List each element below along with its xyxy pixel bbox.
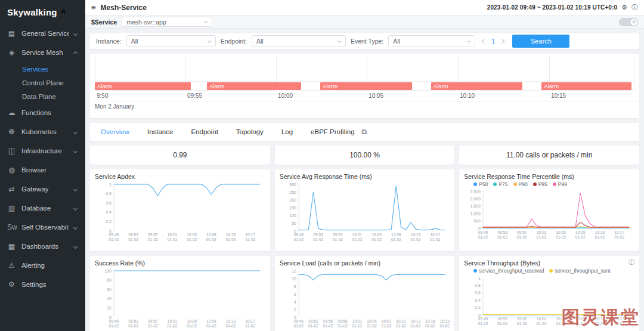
svg-text:12: 12 (292, 269, 296, 273)
browser-icon: ◍ (7, 166, 16, 174)
instance-select[interactable]: All (126, 35, 216, 47)
chart-canvas[interactable]: 00.20.40.60.8109:4901-0209:5301-0209:570… (95, 181, 265, 243)
svg-text:10:01: 10:01 (168, 319, 178, 323)
self-observability-icon: Sw (7, 223, 16, 231)
legend-item-p75[interactable]: P75 (493, 181, 507, 187)
service-label: $Service (91, 18, 117, 26)
chart-service-load: Service Load (calls or packets / min) 02… (275, 256, 455, 331)
tab-topology[interactable]: Topology (236, 128, 264, 135)
chart-info-icon[interactable]: ⓘ (628, 259, 634, 265)
svg-text:2,500: 2,500 (470, 190, 481, 194)
sidebar-item-service-mesh[interactable]: ◈Service Mesh (0, 43, 85, 62)
alarm-bar[interactable]: Alarm (95, 82, 191, 90)
legend-dot (473, 182, 477, 186)
kubernetes-icon: ☸ (7, 128, 16, 136)
alarm-bar[interactable]: Alarm (541, 82, 631, 90)
svg-text:10: 10 (292, 277, 296, 281)
content: Instance: All Endpoint: All Event Type: … (85, 29, 644, 331)
svg-text:100: 100 (289, 214, 296, 218)
svg-text:10:01: 10:01 (537, 230, 547, 234)
svg-text:01-02: 01-02 (168, 324, 178, 328)
time-range[interactable]: 2023-01-02 09:49 ~ 2023-01-02 10:19 UTC+… (487, 4, 617, 11)
app: Skywalking ▤General Service◈Service Mesh… (0, 0, 644, 331)
stats-row: 0.99 100.00 % 11.00 calls or packets / m… (90, 146, 639, 165)
svg-text:01-02: 01-02 (517, 235, 527, 239)
gateway-icon: ⇄ (7, 185, 16, 193)
sidebar-item-settings[interactable]: ⚙Settings (0, 275, 85, 294)
service-mesh-icon: ◈ (7, 48, 16, 57)
endpoint-select[interactable]: All (252, 35, 346, 47)
legend-item-service-throughput-sent[interactable]: service_throughput_sent (549, 268, 610, 274)
sidebar-item-functions[interactable]: ☁Functions (0, 103, 85, 122)
chart-canvas[interactable]: 00.20.40.60.8109:4901-0209:5301-0209:570… (464, 275, 634, 327)
sidebar-item-data-plane[interactable]: Data Plane (0, 89, 85, 103)
sidebar-item-control-plane[interactable]: Control Plane (0, 76, 85, 89)
version-toggle[interactable]: V (619, 18, 638, 26)
chart-svg: 05010015020025030009:4901-0209:5301-0209… (280, 181, 450, 243)
svg-text:01-02: 01-02 (556, 321, 566, 326)
svg-text:01-02: 01-02 (352, 324, 362, 328)
event-type-select[interactable]: All (388, 35, 475, 47)
legend-item-p95[interactable]: P95 (533, 181, 547, 187)
search-button[interactable]: Search (512, 35, 569, 48)
tab-endpoint[interactable]: Endpoint (191, 128, 218, 135)
svg-text:01-02: 01-02 (352, 237, 362, 242)
chart-canvas[interactable]: 05010015020025030009:4901-0209:5301-0209… (280, 181, 450, 243)
legend-item-p99[interactable]: P99 (553, 181, 567, 187)
legend-item-p50[interactable]: P50 (473, 181, 488, 187)
tab-log[interactable]: Log (281, 128, 293, 135)
info-icon[interactable]: ⓘ (631, 4, 638, 11)
sidebar-item-self-observability[interactable]: SwSelf Observability (0, 218, 85, 237)
tab-overview[interactable]: Overview (101, 128, 129, 135)
sidebar-item-general-service[interactable]: ▤General Service (0, 24, 85, 43)
gear-icon[interactable]: ⚙ (621, 4, 627, 11)
legend-item-p90[interactable]: P90 (513, 181, 528, 187)
svg-text:10:13: 10:13 (226, 233, 236, 237)
sidebar-item-alerting[interactable]: ⚠Alerting (0, 256, 85, 275)
caret-down-icon (338, 38, 342, 42)
legend-item-service-throughput-received[interactable]: service_throughput_received (473, 268, 544, 274)
menu-icon[interactable]: ≡ (91, 4, 96, 11)
timeline-tick-label: 09:55 (187, 92, 202, 99)
legend-label: service_throughput_sent (555, 268, 610, 274)
svg-text:1,000: 1,000 (470, 212, 481, 216)
sidebar-item-dashboards[interactable]: ▦Dashboards (0, 237, 85, 256)
service-select-value: mesh-svr::app (126, 18, 166, 26)
tab-instance[interactable]: Instance (147, 128, 173, 135)
svg-text:10:19: 10:19 (439, 319, 449, 323)
chart-canvas[interactable]: 05001,0001,5002,0002,50009:4901-0209:530… (464, 188, 634, 241)
stat-apdex: 0.99 (90, 146, 270, 165)
tab-ebpf-profiling[interactable]: eBPF Profiling (311, 128, 355, 135)
sidebar-item-infrastructure[interactable]: ◫Infrastructure (0, 141, 85, 160)
svg-text:09:49: 09:49 (109, 233, 119, 237)
svg-text:09:53: 09:53 (498, 317, 508, 321)
svg-text:10:04: 10:04 (367, 319, 377, 323)
alarm-bar[interactable]: Alarm (207, 82, 301, 90)
skywalking-logo[interactable]: Skywalking (0, 0, 85, 24)
svg-text:40: 40 (107, 296, 112, 301)
page-number[interactable]: 1 (491, 38, 495, 45)
tabs-panel: OverviewInstanceEndpointTopologyLogeBPF … (90, 123, 639, 141)
svg-text:01-02: 01-02 (391, 237, 401, 242)
page-prev-icon[interactable] (482, 39, 487, 44)
sidebar-item-gateway[interactable]: ⇄Gateway (0, 180, 85, 199)
alarm-bar[interactable]: Alarm (320, 82, 412, 90)
profiling-report-icon[interactable]: ⧉ (362, 128, 367, 136)
filter-panel: Instance: All Endpoint: All Event Type: … (90, 33, 639, 49)
page-next-icon[interactable] (500, 39, 504, 44)
alarm-bar[interactable]: Alarm (431, 82, 522, 90)
stat-value: 100.00 % (349, 151, 380, 159)
svg-text:01-02: 01-02 (293, 324, 304, 328)
service-select[interactable]: mesh-svr::app (122, 17, 212, 27)
svg-text:1,500: 1,500 (470, 204, 481, 208)
chart-canvas[interactable]: 02468101209:4901-0209:5201-0209:5501-020… (280, 268, 450, 330)
svg-text:10:01: 10:01 (168, 233, 178, 237)
legend-dot (533, 182, 537, 186)
chart-canvas[interactable]: 02040608010009:4901-0209:5301-0209:5701-… (95, 268, 265, 330)
page-title: Mesh-Service (101, 4, 147, 12)
sidebar-item-services[interactable]: Services (0, 62, 85, 76)
dashboards-icon: ▦ (7, 242, 16, 250)
sidebar-item-browser[interactable]: ◍Browser (0, 160, 85, 180)
sidebar-item-database[interactable]: ▥Database (0, 199, 85, 218)
sidebar-item-kubernetes[interactable]: ☸Kubernetes (0, 122, 85, 141)
